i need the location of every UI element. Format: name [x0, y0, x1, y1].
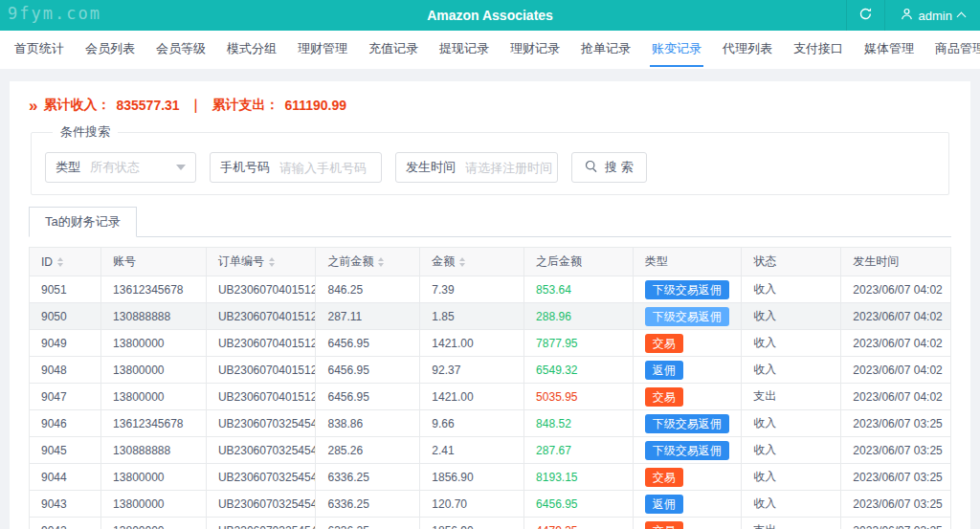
cell-account: 130888888 [101, 437, 207, 464]
cell-status: 收入 [742, 491, 841, 518]
nav-item-7[interactable]: 提现记录 [432, 31, 497, 69]
cell-status: 收入 [742, 303, 841, 330]
nav-item-9[interactable]: 抢单记录 [573, 31, 638, 69]
sort-icon[interactable] [269, 257, 275, 267]
nav-item-14[interactable]: 商品管理 [927, 31, 980, 69]
time-label: 发生时间 [396, 159, 465, 176]
user-menu[interactable]: admin [884, 0, 980, 31]
type-badge[interactable]: 交易 [645, 387, 683, 407]
type-badge[interactable]: 返佣 [645, 495, 683, 514]
cell-account: 13800000 [101, 491, 207, 518]
table-row[interactable]: 9043 13800000 UB2306070325454514 6336.25… [30, 491, 951, 518]
cell-order-no: UB2306070401512976 [206, 303, 316, 330]
table-row[interactable]: 9047 13800000 UB2306070401512976 6456.95… [30, 384, 951, 410]
cell-before-amount: 6336.25 [316, 491, 420, 518]
nav-item-6[interactable]: 充值记录 [361, 31, 426, 69]
type-badge[interactable]: 下级交易返佣 [645, 441, 729, 460]
column-header[interactable]: ID [30, 248, 101, 276]
cell-amount: 1856.90 [420, 464, 524, 491]
cell-time: 2023/06/07 04:02 [841, 357, 951, 384]
cell-order-no: UB2306070325454514 [206, 464, 316, 491]
table-row[interactable]: 9050 130888888 UB2306070401512976 287.11… [30, 303, 951, 330]
type-badge[interactable]: 下级交易返佣 [645, 307, 729, 326]
double-chevron-right-icon: » [29, 98, 37, 114]
nav-item-5[interactable]: 理财管理 [290, 31, 355, 69]
cell-before-amount: 6456.95 [316, 384, 420, 410]
cell-status: 收入 [742, 410, 841, 437]
nav-item-12[interactable]: 支付接口 [786, 31, 851, 69]
cell-amount: 120.70 [420, 491, 524, 518]
nav-item-4[interactable]: 模式分组 [219, 31, 284, 69]
cell-time: 2023/06/07 03:25 [841, 410, 951, 437]
content-card: » 累计收入： 835577.31 ｜ 累计支出： 611190.99 条件搜索… [10, 81, 970, 529]
cell-account: 13612345678 [101, 276, 207, 303]
nav-item-13[interactable]: 媒体管理 [857, 31, 922, 69]
cell-status: 收入 [742, 276, 841, 303]
type-select[interactable]: 类型 所有状态 [45, 152, 196, 183]
cell-account: 130888888 [101, 303, 207, 330]
type-badge[interactable]: 返佣 [645, 361, 683, 380]
cell-time: 2023/06/07 03:25 [841, 437, 951, 464]
cell-account: 13800000 [101, 330, 207, 357]
table-row[interactable]: 9045 130888888 UB2306070325454514 285.26… [30, 437, 951, 464]
time-input[interactable] [465, 161, 557, 175]
table-row[interactable]: 9051 13612345678 UB2306070401512976 846.… [30, 276, 951, 303]
cell-before-amount: 6336.25 [316, 464, 420, 491]
refresh-icon [858, 7, 873, 25]
sort-icon[interactable] [459, 257, 465, 267]
cell-time: 2023/06/07 03:25 [841, 491, 951, 518]
column-header[interactable]: 金额 [420, 248, 524, 276]
table-row[interactable]: 9044 13800000 UB2306070325454514 6336.25… [30, 464, 951, 491]
column-header[interactable]: 之前金额 [316, 248, 420, 276]
cell-before-amount: 287.11 [316, 303, 420, 330]
cell-amount: 2.41 [420, 437, 524, 464]
tab-bar: Ta的财务记录 [29, 207, 951, 237]
search-panel: 条件搜索 类型 所有状态 手机号码 发生时间 搜 索 [31, 123, 949, 195]
type-badge[interactable]: 下级交易返佣 [645, 280, 729, 299]
cell-before-amount: 846.25 [316, 276, 420, 303]
nav-item-10[interactable]: 账变记录 [644, 31, 709, 69]
type-badge[interactable]: 交易 [645, 468, 683, 487]
nav-item-1[interactable]: 首页统计 [7, 31, 72, 69]
nav-item-3[interactable]: 会员等级 [148, 31, 213, 69]
cell-id: 9044 [30, 464, 101, 491]
search-button-label: 搜 索 [605, 159, 634, 176]
table-row[interactable]: 9048 13800000 UB2306070401512976 6456.95… [30, 357, 951, 384]
column-header[interactable]: 订单编号 [206, 248, 316, 276]
cell-account: 13800000 [101, 518, 207, 529]
nav-item-11[interactable]: 代理列表 [715, 31, 780, 69]
type-badge[interactable]: 下级交易返佣 [645, 414, 729, 433]
cell-order-no: UB2306070325454514 [206, 491, 316, 518]
total-income-label: 累计收入： [43, 97, 110, 114]
phone-input[interactable] [279, 161, 381, 175]
column-header: 账号 [101, 248, 207, 276]
sort-icon[interactable] [378, 257, 384, 267]
table-row[interactable]: 9042 13800000 UB2306070325454514 6336.25… [30, 518, 951, 529]
cell-after-amount: 7877.95 [524, 330, 634, 357]
cell-after-amount: 6549.32 [524, 357, 634, 384]
cell-amount: 7.39 [420, 276, 524, 303]
table-body: 9051 13612345678 UB2306070401512976 846.… [30, 276, 951, 529]
type-badge[interactable]: 交易 [645, 334, 683, 353]
cell-id: 9049 [30, 330, 101, 357]
column-header: 之后金额 [524, 248, 634, 276]
table-row[interactable]: 9049 13800000 UB2306070401512976 6456.95… [30, 330, 951, 357]
cell-type: 交易 [633, 330, 742, 357]
cell-order-no: UB2306070401512976 [206, 357, 316, 384]
totals-summary: » 累计收入： 835577.31 ｜ 累计支出： 611190.99 [29, 97, 951, 114]
refresh-button[interactable] [846, 0, 884, 31]
cell-order-no: UB2306070401512976 [206, 384, 316, 410]
cell-id: 9042 [30, 518, 101, 529]
table-row[interactable]: 9046 13612345678 UB2306070325454514 838.… [30, 410, 951, 437]
type-badge[interactable]: 交易 [645, 521, 683, 529]
page-title: Amazon Associates [427, 8, 553, 23]
tab-financial-records[interactable]: Ta的财务记录 [29, 207, 137, 237]
nav-item-8[interactable]: 理财记录 [502, 31, 568, 69]
cell-type: 下级交易返佣 [633, 437, 742, 464]
cell-status: 收入 [742, 464, 841, 491]
sort-icon[interactable] [57, 257, 63, 267]
cell-before-amount: 6456.95 [316, 357, 420, 384]
nav-item-2[interactable]: 会员列表 [78, 31, 143, 69]
cell-amount: 1.85 [420, 303, 524, 330]
search-button[interactable]: 搜 索 [571, 152, 647, 183]
